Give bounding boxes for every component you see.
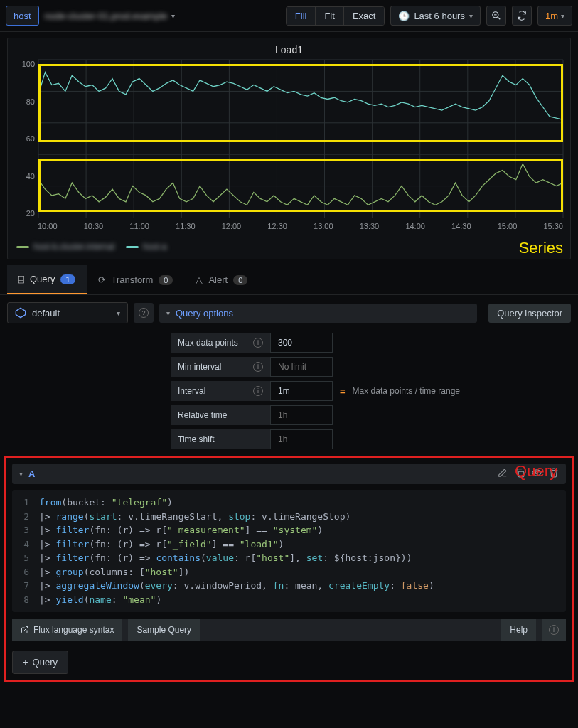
chevron-down-icon: ▾	[117, 309, 120, 317]
option-interval-value: 1m	[270, 381, 333, 401]
tab-alert-label: Alert	[208, 274, 228, 285]
datasource-row: default ▾ ? ▾ Query options Query inspec…	[0, 295, 578, 331]
query-options-toggle[interactable]: ▾ Query options	[159, 304, 477, 323]
option-time-shift-input[interactable]	[270, 429, 333, 449]
option-interval-label: Intervali	[171, 381, 270, 401]
edit-name-button[interactable]	[498, 468, 508, 480]
sample-query-button[interactable]: Sample Query	[128, 619, 200, 641]
option-relative-time-input[interactable]	[270, 405, 333, 425]
host-variable-value: node-cluster-01.prod.example	[45, 11, 168, 21]
legend-item[interactable]: host-b.cluster.internal	[16, 242, 114, 252]
query-footer: Flux language syntax Sample Query Help i	[12, 619, 566, 641]
tab-query-label: Query	[30, 274, 55, 284]
refresh-interval-value: 1m	[545, 11, 558, 21]
zoom-out-icon	[491, 11, 501, 21]
editor-tabs: ⌸ Query 1 ⟳ Transform 0 △ Alert 0	[0, 265, 578, 295]
datasource-help-button[interactable]: ?	[134, 303, 154, 323]
zoom-out-button[interactable]	[486, 6, 506, 26]
query-options-label: Query options	[176, 308, 233, 318]
chart-panel: Load1 10080604020 10:0010:3011:0011:3012…	[7, 38, 571, 259]
tab-transform-count: 0	[159, 275, 173, 285]
option-time-shift-label: Time shift	[171, 429, 270, 449]
datasource-select[interactable]: default ▾	[7, 302, 128, 323]
option-min-interval-label: Min intervali	[171, 357, 270, 377]
bell-icon: △	[196, 274, 203, 285]
query-options-panel: Max data pointsi Min intervali Intervali…	[171, 331, 564, 451]
add-query-button[interactable]: + Query	[12, 651, 68, 674]
tab-query[interactable]: ⌸ Query 1	[7, 265, 87, 294]
flux-code-editor[interactable]: 1from(bucket: "telegraf")2 |> range(star…	[12, 490, 566, 612]
option-max-data-points-label: Max data pointsi	[171, 333, 270, 353]
datasource-name: default	[32, 308, 60, 318]
chevron-down-icon: ▾	[19, 470, 23, 478]
series-annotation: Series	[519, 239, 563, 257]
tab-transform[interactable]: ⟳ Transform 0	[87, 266, 185, 294]
info-icon[interactable]: i	[253, 338, 263, 348]
transform-icon: ⟳	[98, 274, 106, 285]
refresh-button[interactable]	[512, 6, 532, 26]
y-axis: 10080604020	[15, 60, 38, 218]
option-min-interval-input[interactable]	[270, 357, 333, 377]
plus-icon: +	[23, 657, 28, 668]
info-icon[interactable]: i	[253, 386, 263, 396]
chart-legend: host-b.cluster.internalhost-a	[15, 237, 563, 256]
top-toolbar: host node-cluster-01.prod.example ▾ Fill…	[0, 0, 578, 32]
chevron-down-icon: ▾	[469, 12, 473, 20]
influxdb-icon	[15, 307, 26, 318]
query-annotation-label: Query	[515, 462, 557, 481]
tab-query-count: 1	[60, 274, 75, 284]
fit-mode-fill[interactable]: Fill	[287, 7, 316, 25]
option-max-data-points-input[interactable]	[270, 333, 333, 353]
query-annotation-box: Query ▾ A 1from(bucket: "telegraf")2 |> …	[4, 456, 574, 682]
info-icon[interactable]: i	[253, 362, 263, 372]
svg-line-1	[498, 17, 501, 20]
equals-sign: =	[333, 386, 353, 397]
svg-marker-20	[16, 308, 25, 317]
tab-alert[interactable]: △ Alert 0	[184, 266, 259, 294]
flux-syntax-link[interactable]: Flux language syntax	[12, 619, 122, 641]
query-row-header[interactable]: ▾ A	[12, 464, 566, 484]
fit-mode-group: Fill Fit Exact	[286, 6, 385, 26]
refresh-interval-select[interactable]: 1m ▾	[537, 6, 572, 26]
clock-icon: 🕒	[398, 11, 410, 21]
plot-area	[38, 60, 563, 218]
chart-plot[interactable]: 10080604020 10:0010:3011:0011:3012:0012:…	[15, 60, 563, 237]
tab-alert-count: 0	[233, 275, 247, 285]
refresh-icon	[517, 11, 527, 21]
external-link-icon	[21, 626, 29, 634]
pencil-icon	[498, 468, 508, 478]
query-inspector-button[interactable]: Query inspector	[488, 304, 571, 323]
chevron-down-icon: ▾	[166, 309, 170, 317]
host-variable-label: host	[6, 6, 39, 26]
x-axis: 10:0010:3011:0011:3012:0012:3013:0013:30…	[38, 222, 563, 230]
query-help-info[interactable]: i	[542, 619, 566, 641]
chart-title: Load1	[15, 44, 563, 55]
info-icon: i	[549, 625, 559, 635]
option-relative-time-label: Relative time	[171, 405, 270, 425]
chevron-down-icon: ▾	[171, 12, 175, 20]
fit-mode-fit[interactable]: Fit	[316, 7, 343, 25]
time-range-picker[interactable]: 🕒 Last 6 hours ▾	[390, 6, 481, 26]
host-variable-select[interactable]: node-cluster-01.prod.example ▾	[45, 11, 280, 21]
fit-mode-exact[interactable]: Exact	[344, 7, 385, 25]
option-interval-hint: Max data points / time range	[353, 386, 460, 396]
help-button[interactable]: Help	[501, 619, 536, 641]
database-icon: ⌸	[18, 274, 24, 284]
legend-item[interactable]: host-a	[126, 242, 166, 252]
question-icon: ?	[139, 308, 149, 318]
tab-transform-label: Transform	[112, 274, 154, 285]
chevron-down-icon: ▾	[561, 12, 564, 20]
query-name: A	[28, 469, 35, 479]
time-range-label: Last 6 hours	[414, 11, 465, 21]
